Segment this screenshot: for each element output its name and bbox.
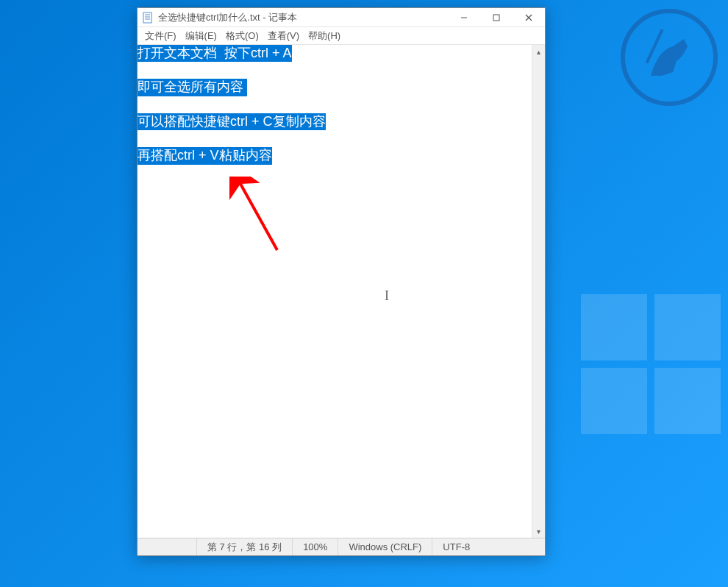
status-position: 第 7 行，第 16 列 — [196, 538, 292, 555]
text-line-empty — [138, 62, 532, 79]
minimize-button[interactable] — [448, 8, 480, 26]
text-cursor-icon: I — [385, 288, 386, 302]
menu-edit[interactable]: 编辑(E) — [181, 28, 221, 44]
text-line-empty — [138, 130, 532, 147]
window-title: 全选快捷键ctrl加什么.txt - 记事本 — [158, 11, 448, 24]
text-line-empty — [138, 96, 532, 113]
status-spacer — [138, 538, 196, 555]
svg-rect-7 — [493, 15, 499, 21]
notepad-window: 全选快捷键ctrl加什么.txt - 记事本 文件(F) 编辑(E) 格式(O)… — [137, 7, 546, 556]
scroll-track[interactable] — [532, 58, 545, 524]
text-line: 打开文本文档 按下ctrl + A — [138, 45, 292, 62]
windows-logo-bg — [581, 294, 728, 441]
svg-rect-1 — [646, 29, 664, 63]
text-line: 再搭配ctrl + V粘贴内容 — [138, 147, 272, 164]
scroll-up-icon[interactable]: ▴ — [532, 45, 545, 58]
scroll-down-icon[interactable]: ▾ — [532, 524, 545, 538]
status-encoding: UTF-8 — [432, 538, 480, 555]
text-line: 即可全选所有内容 — [138, 79, 247, 96]
statusbar: 第 7 行，第 16 列 100% Windows (CRLF) UTF-8 — [138, 538, 545, 555]
status-zoom: 100% — [292, 538, 338, 555]
desktop-watermark — [618, 6, 721, 109]
status-line-ending: Windows (CRLF) — [338, 538, 432, 555]
svg-rect-2 — [143, 13, 151, 23]
vertical-scrollbar[interactable]: ▴ ▾ — [532, 45, 545, 538]
menubar: 文件(F) 编辑(E) 格式(O) 查看(V) 帮助(H) — [138, 27, 545, 45]
menu-view[interactable]: 查看(V) — [263, 28, 304, 44]
maximize-button[interactable] — [480, 8, 513, 26]
menu-format[interactable]: 格式(O) — [221, 28, 263, 44]
titlebar[interactable]: 全选快捷键ctrl加什么.txt - 记事本 — [138, 8, 545, 27]
menu-file[interactable]: 文件(F) — [140, 28, 181, 44]
menu-help[interactable]: 帮助(H) — [304, 28, 345, 44]
window-controls — [448, 8, 545, 26]
svg-point-0 — [623, 11, 715, 104]
close-button[interactable] — [513, 8, 545, 26]
text-editor[interactable]: 打开文本文档 按下ctrl + A 即可全选所有内容 可以搭配快捷键ctrl +… — [138, 45, 532, 538]
editor-container: 打开文本文档 按下ctrl + A 即可全选所有内容 可以搭配快捷键ctrl +… — [138, 45, 545, 538]
text-line: 可以搭配快捷键ctrl + C复制内容 — [138, 113, 326, 130]
notepad-icon — [142, 12, 154, 24]
